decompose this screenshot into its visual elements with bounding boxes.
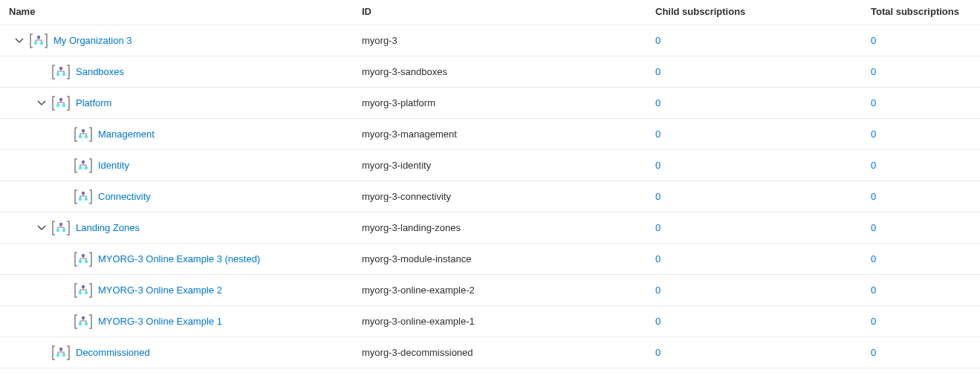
row-total-count[interactable]: 0 xyxy=(871,285,876,296)
management-group-icon xyxy=(30,33,48,49)
management-group-icon xyxy=(74,189,92,205)
row-id: myorg-3-management xyxy=(353,119,646,150)
table-row: Landing Zonesmyorg-3-landing-zones00 xyxy=(0,212,980,244)
table-row: Managementmyorg-3-management00 xyxy=(0,119,980,150)
row-total-count[interactable]: 0 xyxy=(871,191,876,202)
table-header-row: Name ID Child subscriptions Total subscr… xyxy=(0,0,980,25)
row-name-link[interactable]: MYORG-3 Online Example 3 (nested) xyxy=(98,253,260,264)
row-total-count[interactable]: 0 xyxy=(871,222,876,233)
row-total-count[interactable]: 0 xyxy=(871,347,876,358)
col-header-id[interactable]: ID xyxy=(353,0,646,25)
row-child-count[interactable]: 0 xyxy=(655,160,661,171)
management-group-icon xyxy=(74,157,92,174)
row-child-count[interactable]: 0 xyxy=(655,347,661,358)
row-id: myorg-3 xyxy=(353,25,646,56)
management-group-icon xyxy=(52,64,70,80)
table-row: MYORG-3 Online Example 1myorg-3-online-e… xyxy=(0,306,980,337)
management-group-icon xyxy=(74,282,92,299)
chevron-down-icon[interactable] xyxy=(15,36,24,45)
row-child-count[interactable]: 0 xyxy=(655,253,661,264)
management-group-icon xyxy=(74,126,92,143)
row-child-count[interactable]: 0 xyxy=(655,191,661,202)
row-id: myorg-3-identity xyxy=(353,150,646,181)
row-name-link[interactable]: Platform xyxy=(76,97,111,108)
row-child-count[interactable]: 0 xyxy=(655,316,661,327)
row-id: myorg-3-online-example-2 xyxy=(353,275,646,306)
chevron-down-icon[interactable] xyxy=(37,224,46,233)
row-id: myorg-3-platform xyxy=(353,88,646,119)
row-id: myorg-3-landing-zones xyxy=(353,212,646,244)
table-row: Connectivitymyorg-3-connectivity00 xyxy=(0,181,980,212)
row-child-count[interactable]: 0 xyxy=(655,66,661,77)
table-row: Identitymyorg-3-identity00 xyxy=(0,150,980,181)
table-row: Sandboxesmyorg-3-sandboxes00 xyxy=(0,56,980,88)
management-group-icon xyxy=(52,220,70,236)
table-row: Platformmyorg-3-platform00 xyxy=(0,88,980,119)
management-group-icon xyxy=(52,95,70,111)
row-child-count[interactable]: 0 xyxy=(655,222,661,233)
row-name-link[interactable]: My Organization 3 xyxy=(53,35,132,46)
chevron-down-icon[interactable] xyxy=(37,99,46,108)
row-child-count[interactable]: 0 xyxy=(655,129,661,140)
row-name-link[interactable]: Management xyxy=(98,129,155,140)
row-child-count[interactable]: 0 xyxy=(655,285,661,296)
row-id: myorg-3-online-example-1 xyxy=(353,306,646,337)
col-header-name[interactable]: Name xyxy=(0,0,353,25)
management-group-icon xyxy=(52,345,70,361)
table-row: MYORG-3 Online Example 2myorg-3-online-e… xyxy=(0,275,980,306)
row-id: myorg-3-decommissioned xyxy=(353,337,646,368)
management-group-icon xyxy=(74,313,92,330)
row-total-count[interactable]: 0 xyxy=(871,97,876,108)
row-name-link[interactable]: Sandboxes xyxy=(76,66,124,77)
row-id: myorg-3-sandboxes xyxy=(353,56,646,88)
row-total-count[interactable]: 0 xyxy=(871,160,876,171)
row-name-link[interactable]: MYORG-3 Online Example 2 xyxy=(98,285,222,296)
col-header-child[interactable]: Child subscriptions xyxy=(646,0,862,25)
row-name-link[interactable]: Identity xyxy=(98,160,129,171)
row-total-count[interactable]: 0 xyxy=(871,66,876,77)
row-total-count[interactable]: 0 xyxy=(871,253,876,264)
management-groups-table: Name ID Child subscriptions Total subscr… xyxy=(0,0,980,368)
row-name-link[interactable]: Decommissioned xyxy=(76,347,150,358)
row-name-link[interactable]: MYORG-3 Online Example 1 xyxy=(98,316,222,327)
row-id: myorg-3-connectivity xyxy=(353,181,646,212)
col-header-total[interactable]: Total subscriptions xyxy=(862,0,980,25)
row-child-count[interactable]: 0 xyxy=(655,97,661,108)
row-id: myorg-3-module-instance xyxy=(353,244,646,275)
management-group-icon xyxy=(74,251,92,267)
row-total-count[interactable]: 0 xyxy=(871,35,876,46)
row-child-count[interactable]: 0 xyxy=(655,35,661,46)
row-name-link[interactable]: Landing Zones xyxy=(76,222,140,233)
table-row: Decommissionedmyorg-3-decommissioned00 xyxy=(0,337,980,368)
table-row: MYORG-3 Online Example 3 (nested)myorg-3… xyxy=(0,244,980,275)
row-total-count[interactable]: 0 xyxy=(871,129,876,140)
row-name-link[interactable]: Connectivity xyxy=(98,191,151,202)
table-row: My Organization 3myorg-300 xyxy=(0,25,980,56)
row-total-count[interactable]: 0 xyxy=(871,316,876,327)
